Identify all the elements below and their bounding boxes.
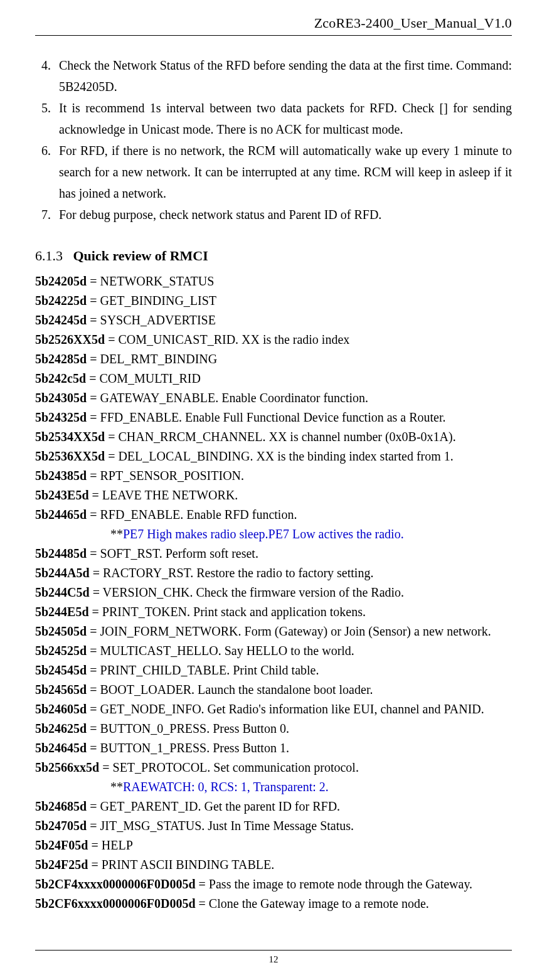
command-desc: = FFD_ENABLE. Enable Full Functional Dev… — [87, 410, 445, 424]
command-code: 5b24545d — [35, 663, 87, 677]
command-desc: = DEL_LOCAL_BINDING. XX is the binding i… — [105, 449, 454, 463]
command-desc: = COM_MULTI_RID — [86, 371, 201, 385]
command-code: 5b24305d — [35, 391, 87, 405]
command-desc: = SOFT_RST. Perform soft reset. — [87, 546, 258, 560]
command-code: 5b244E5d — [35, 605, 89, 619]
command-line: 5b24325d = FFD_ENABLE. Enable Full Funct… — [35, 408, 512, 427]
command-code: 5b24465d — [35, 508, 87, 521]
section-title: Quick review of RMCI — [73, 248, 208, 264]
command-code: 5b2566xx5d — [35, 760, 99, 774]
command-code: 5b24565d — [35, 683, 87, 696]
command-line: 5b24285d = DEL_RMT_BINDING — [35, 349, 512, 369]
command-code: 5b243E5d — [35, 488, 89, 502]
list-item: It is recommend 1s interval between two … — [54, 97, 512, 140]
command-code: 5b24F25d — [35, 858, 88, 871]
numbered-list: Check the Network Status of the RFD befo… — [35, 55, 512, 225]
section-heading: 6.1.3 Quick review of RMCI — [35, 248, 512, 264]
command-line: 5b24465d = RFD_ENABLE. Enable RFD functi… — [35, 505, 512, 525]
command-code: 5b24625d — [35, 722, 87, 735]
command-code: 5b24485d — [35, 546, 87, 560]
command-desc: = BUTTON_0_PRESS. Press Button 0. — [87, 722, 289, 735]
list-item: For RFD, if there is no network, the RCM… — [54, 140, 512, 204]
command-code: 5b24645d — [35, 741, 87, 755]
command-line: 5b24F25d = PRINT ASCII BINDING TABLE. — [35, 855, 512, 875]
command-line: 5b24685d = GET_PARENT_ID. Get the parent… — [35, 797, 512, 816]
command-line: 5b24385d = RPT_SENSOR_POSITION. — [35, 466, 512, 486]
command-line: 5b24305d = GATEWAY_ENABLE. Enable Coordi… — [35, 388, 512, 408]
command-desc: = BUTTON_1_PRESS. Press Button 1. — [87, 741, 289, 755]
inline-note: **RAEWATCH: 0, RCS: 1, Transparent: 2. — [35, 777, 512, 797]
command-code: 5b24F05d — [35, 838, 88, 852]
command-desc: = Pass the image to remote node through … — [196, 877, 473, 891]
command-desc: = PRINT_TOKEN. Print stack and applicati… — [89, 605, 366, 619]
header-rule — [35, 35, 512, 36]
command-code: 5b24225d — [35, 294, 87, 307]
command-line: 5b24F05d = HELP — [35, 836, 512, 855]
command-desc: = RACTORY_RST. Restore the radio to fact… — [90, 566, 374, 580]
footer-rule — [35, 950, 512, 951]
note-stars: ** — [110, 527, 123, 541]
command-list: 5b24205d = NETWORK_STATUS 5b24225d = GET… — [35, 272, 512, 913]
command-line: 5b24705d = JIT_MSG_STATUS. Just In Time … — [35, 816, 512, 836]
command-desc: = SET_PROTOCOL. Set communication protoc… — [99, 760, 359, 774]
command-code: 5b2CF6xxxx0000006F0D005d — [35, 897, 196, 910]
command-line: 5b24565d = BOOT_LOADER. Launch the stand… — [35, 680, 512, 700]
command-desc: = GET_BINDING_LIST — [87, 294, 216, 307]
command-line: 5b24205d = NETWORK_STATUS — [35, 272, 512, 291]
note-text: RAEWATCH: 0, RCS: 1, Transparent: 2. — [123, 780, 329, 794]
command-code: 5b24685d — [35, 799, 87, 813]
command-desc: = RPT_SENSOR_POSITION. — [87, 469, 244, 482]
command-line: 5b2566xx5d = SET_PROTOCOL. Set communica… — [35, 758, 512, 777]
command-desc: = JIT_MSG_STATUS. Just In Time Message S… — [87, 819, 354, 833]
command-desc: = VERSION_CHK. Check the firmware versio… — [90, 585, 404, 599]
command-line: 5b24625d = BUTTON_0_PRESS. Press Button … — [35, 719, 512, 738]
command-code: 5b24245d — [35, 313, 87, 327]
command-code: 5b2536XX5d — [35, 449, 105, 463]
command-desc: = DEL_RMT_BINDING — [87, 352, 217, 366]
command-line: 5b24645d = BUTTON_1_PRESS. Press Button … — [35, 738, 512, 758]
command-code: 5b24605d — [35, 702, 87, 716]
list-item: For debug purpose, check network status … — [54, 204, 512, 225]
command-desc: = COM_UNICAST_RID. XX is the radio index — [105, 333, 349, 346]
page-number: 12 — [35, 954, 512, 965]
command-line: 5b24505d = JOIN_FORM_NETWORK. Form (Gate… — [35, 622, 512, 641]
command-desc: = Clone the Gateway image to a remote no… — [196, 897, 429, 910]
note-text: PE7 High makes radio sleep.PE7 Low activ… — [123, 527, 404, 541]
command-desc: = GET_PARENT_ID. Get the parent ID for R… — [87, 799, 340, 813]
command-code: 5b24505d — [35, 624, 87, 638]
command-line: 5b2CF6xxxx0000006F0D005d = Clone the Gat… — [35, 894, 512, 913]
command-desc: = SYSCH_ADVERTISE — [87, 313, 216, 327]
command-line: 5b2526XX5d = COM_UNICAST_RID. XX is the … — [35, 330, 512, 349]
command-code: 5b24325d — [35, 410, 87, 424]
command-code: 5b2534XX5d — [35, 430, 105, 444]
command-line: 5b24545d = PRINT_CHILD_TABLE. Print Chil… — [35, 661, 512, 680]
footer: 12 — [35, 944, 512, 965]
command-line: 5b243E5d = LEAVE THE NETWORK. — [35, 486, 512, 505]
command-desc: = JOIN_FORM_NETWORK. Form (Gateway) or J… — [87, 624, 491, 638]
command-desc: = PRINT_CHILD_TABLE. Print Child table. — [87, 663, 319, 677]
command-code: 5b244C5d — [35, 585, 90, 599]
command-desc: = PRINT ASCII BINDING TABLE. — [88, 858, 274, 871]
command-line: 5b2534XX5d = CHAN_RRCM_CHANNEL. XX is ch… — [35, 427, 512, 447]
command-code: 5b24285d — [35, 352, 87, 366]
command-desc: = CHAN_RRCM_CHANNEL. XX is channel numbe… — [105, 430, 456, 444]
command-desc: = BOOT_LOADER. Launch the standalone boo… — [87, 683, 373, 696]
command-line: 5b24525d = MULTICAST_HELLO. Say HELLO to… — [35, 641, 512, 661]
command-code: 5b24205d — [35, 274, 87, 288]
note-stars: ** — [110, 780, 123, 794]
command-code: 5b24705d — [35, 819, 87, 833]
command-code: 5b244A5d — [35, 566, 90, 580]
command-code: 5b2526XX5d — [35, 333, 105, 346]
command-line: 5b24225d = GET_BINDING_LIST — [35, 291, 512, 311]
command-desc: = RFD_ENABLE. Enable RFD function. — [87, 508, 297, 521]
command-desc: = GATEWAY_ENABLE. Enable Coordinator fun… — [87, 391, 368, 405]
list-item: Check the Network Status of the RFD befo… — [54, 55, 512, 97]
command-line: 5b242c5d = COM_MULTI_RID — [35, 369, 512, 388]
command-code: 5b24385d — [35, 469, 87, 482]
command-line: 5b244C5d = VERSION_CHK. Check the firmwa… — [35, 583, 512, 602]
command-desc: = GET_NODE_INFO. Get Radio's information… — [87, 702, 484, 716]
command-code: 5b242c5d — [35, 371, 86, 385]
command-line: 5b244E5d = PRINT_TOKEN. Print stack and … — [35, 602, 512, 622]
command-line: 5b2CF4xxxx0000006F0D005d = Pass the imag… — [35, 875, 512, 894]
command-line: 5b24605d = GET_NODE_INFO. Get Radio's in… — [35, 700, 512, 719]
